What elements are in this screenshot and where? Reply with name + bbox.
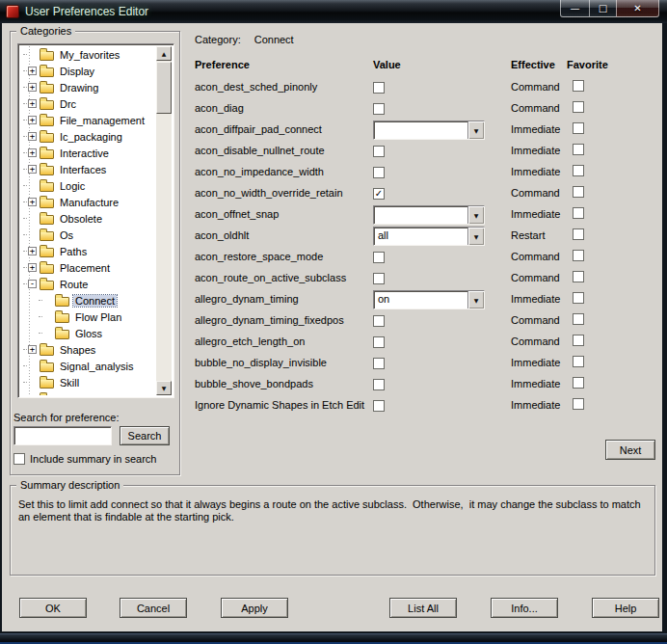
search-button[interactable]: Search: [120, 426, 170, 445]
tree-connector-line: [23, 103, 27, 104]
effective-value: Immediate: [511, 293, 560, 305]
value-checkbox[interactable]: ✓: [373, 188, 385, 200]
favorite-checkbox[interactable]: [573, 377, 584, 389]
tree-item-skill[interactable]: Skill: [20, 374, 156, 390]
tree-item-obsolete[interactable]: Obsolete: [20, 210, 156, 227]
value-dropdown[interactable]: all▼: [373, 227, 485, 246]
tree-item-display[interactable]: +Display: [20, 63, 156, 79]
expand-icon[interactable]: +: [28, 198, 37, 206]
ok-button[interactable]: OK: [19, 598, 87, 618]
tree-item-label: Logic: [58, 180, 87, 192]
dropdown-arrow-icon[interactable]: ▼: [467, 121, 484, 139]
expand-icon[interactable]: +: [28, 148, 37, 157]
tree-item-os[interactable]: Os: [20, 227, 156, 243]
tree-item-shapes[interactable]: +Shapes: [20, 341, 156, 358]
info-button[interactable]: Info...: [491, 598, 558, 618]
favorite-checkbox[interactable]: [573, 250, 584, 261]
taskbar[interactable]: [0, 633, 667, 644]
tree-item-file-management[interactable]: +File_management: [20, 112, 156, 128]
include-summary-checkbox[interactable]: [13, 453, 25, 465]
favorite-checkbox[interactable]: [573, 335, 584, 346]
tree-item-label: File_management: [58, 115, 147, 126]
value-checkbox[interactable]: [373, 358, 385, 369]
tree-item-placement[interactable]: +Placement: [20, 259, 156, 276]
value-dropdown[interactable]: ▼: [373, 121, 485, 140]
dropdown-arrow-icon[interactable]: ▼: [467, 291, 484, 309]
dropdown-arrow-icon[interactable]: ▼: [467, 206, 484, 224]
value-checkbox[interactable]: [373, 167, 385, 178]
scroll-down-icon[interactable]: ▼: [156, 381, 172, 395]
favorite-checkbox[interactable]: [573, 398, 584, 410]
favorite-checkbox[interactable]: [573, 80, 584, 92]
collapse-icon[interactable]: -: [28, 280, 37, 288]
preference-name: acon_route_on_active_subclass: [195, 272, 346, 283]
tree-item-paths[interactable]: +Paths: [20, 243, 156, 259]
minimize-button[interactable]: —: [560, 0, 589, 17]
favorite-checkbox[interactable]: [573, 292, 584, 304]
favorite-checkbox[interactable]: [573, 313, 584, 325]
tree-item-ui[interactable]: Ui: [20, 390, 156, 395]
help-button[interactable]: Help: [592, 598, 659, 618]
tree-item-drc[interactable]: +Drc: [20, 95, 156, 112]
tree-item-logic[interactable]: Logic: [20, 177, 156, 194]
tree-item-gloss[interactable]: Gloss: [20, 325, 156, 341]
expand-icon[interactable]: +: [28, 345, 37, 354]
tree-scrollbar[interactable]: ▲ ▼: [156, 46, 172, 395]
close-button[interactable]: ✕: [616, 0, 659, 17]
tree-item-interfaces[interactable]: +Interfaces: [20, 161, 156, 177]
expand-icon[interactable]: +: [28, 83, 37, 92]
list-all-button[interactable]: List All: [389, 598, 457, 618]
expand-icon[interactable]: +: [28, 99, 37, 108]
favorite-checkbox[interactable]: [573, 271, 584, 282]
dropdown-selected-value: on: [374, 291, 467, 309]
value-dropdown[interactable]: ▼: [373, 205, 485, 225]
value-checkbox[interactable]: [373, 273, 385, 284]
value-checkbox[interactable]: [373, 146, 385, 157]
favorite-checkbox[interactable]: [573, 122, 584, 134]
titlebar[interactable]: User Preferences Editor — □ ✕: [0, 0, 667, 23]
tree-item-route[interactable]: -Route: [20, 276, 156, 292]
tree-item-manufacture[interactable]: +Manufacture: [20, 194, 156, 210]
value-checkbox[interactable]: [373, 400, 385, 412]
scroll-up-icon[interactable]: ▲: [156, 46, 172, 61]
favorite-checkbox[interactable]: [573, 186, 584, 198]
value-checkbox[interactable]: [373, 315, 385, 327]
tree-item-my-favorites[interactable]: My_favorites: [20, 46, 156, 63]
favorite-checkbox[interactable]: [573, 228, 584, 240]
value-checkbox[interactable]: [373, 252, 385, 263]
cancel-button[interactable]: Cancel: [120, 598, 187, 618]
value-checkbox[interactable]: [373, 336, 385, 348]
col-header-effective: Effective: [511, 59, 555, 70]
value-checkbox[interactable]: [373, 82, 385, 94]
favorite-checkbox[interactable]: [573, 144, 584, 155]
expand-icon[interactable]: +: [28, 67, 37, 75]
expand-icon[interactable]: +: [28, 247, 37, 255]
search-input[interactable]: [13, 426, 112, 445]
scrollbar-thumb[interactable]: [156, 62, 172, 114]
favorite-checkbox[interactable]: [573, 356, 584, 367]
category-caption: Category:: [195, 34, 241, 45]
value-checkbox[interactable]: [373, 103, 385, 115]
tree-item-interactive[interactable]: +Interactive: [20, 145, 156, 161]
tree-item-drawing[interactable]: +Drawing: [20, 79, 156, 95]
value-checkbox[interactable]: [373, 379, 385, 390]
preference-name: acon_no_width_override_retain: [195, 187, 343, 199]
expand-icon[interactable]: +: [28, 116, 37, 124]
apply-button[interactable]: Apply: [221, 598, 288, 618]
next-button[interactable]: Next: [605, 440, 655, 460]
value-dropdown[interactable]: on▼: [373, 290, 485, 309]
tree-item-label: Ui: [58, 393, 71, 396]
dropdown-arrow-icon[interactable]: ▼: [467, 228, 484, 245]
maximize-button[interactable]: □: [589, 0, 616, 17]
tree-item-flow-plan[interactable]: Flow Plan: [20, 309, 156, 325]
tree-item-connect[interactable]: Connect: [20, 292, 156, 309]
expand-icon[interactable]: +: [28, 165, 37, 174]
favorite-checkbox[interactable]: [573, 101, 584, 113]
tree-item-signal-analysis[interactable]: Signal_analysis: [20, 358, 156, 374]
effective-value: Immediate: [511, 145, 560, 156]
favorite-checkbox[interactable]: [573, 207, 584, 219]
expand-icon[interactable]: +: [28, 132, 37, 141]
tree-item-ic-packaging[interactable]: +Ic_packaging: [20, 128, 156, 145]
expand-icon[interactable]: +: [28, 263, 37, 272]
favorite-checkbox[interactable]: [573, 165, 584, 176]
